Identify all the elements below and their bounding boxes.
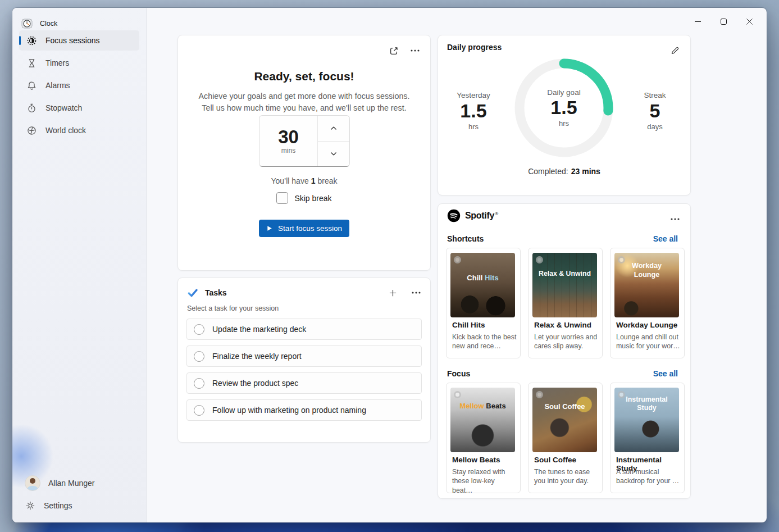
start-focus-session-button[interactable]: Start focus session bbox=[259, 220, 349, 237]
spotify-brand-text: Spotify bbox=[465, 211, 494, 220]
clock-app-icon bbox=[21, 18, 33, 29]
art-text: Hits bbox=[485, 274, 499, 282]
more-icon bbox=[412, 292, 421, 294]
decrease-duration-button[interactable] bbox=[318, 142, 349, 167]
increase-duration-button[interactable] bbox=[318, 116, 349, 142]
playlist-card-soul-coffee[interactable]: Soul Coffee Soul Coffee The tunes to eas… bbox=[528, 383, 603, 493]
playlist-card-chill-hits[interactable]: Chill Hits Chill Hits Kick back to the b… bbox=[446, 248, 521, 358]
task-radio[interactable] bbox=[194, 405, 204, 416]
playlist-title: Chill Hits bbox=[452, 321, 516, 329]
more-icon bbox=[671, 218, 680, 220]
playlist-card-mellow-beats[interactable]: Mellow Beats Mellow Beats Stay relaxed w… bbox=[446, 383, 521, 493]
sidebar-item-label: Focus sessions bbox=[45, 36, 99, 45]
spotify-logo-icon bbox=[447, 209, 461, 222]
daily-progress-card: Daily progress Yesterday 1.5 hrs Daily g… bbox=[438, 35, 691, 195]
focus-section-header: Focus See all bbox=[447, 369, 681, 379]
sidebar-item-world-clock[interactable]: World clock bbox=[19, 120, 139, 140]
tasks-more-button[interactable] bbox=[408, 284, 425, 301]
tasks-card: Tasks Select a task for your session Upd… bbox=[177, 278, 431, 443]
task-label: Update the marketing deck bbox=[212, 325, 306, 334]
task-radio[interactable] bbox=[194, 351, 204, 362]
spotify-watermark-icon bbox=[536, 391, 543, 398]
skip-break-row: Skip break bbox=[178, 192, 430, 204]
chevron-up-icon bbox=[330, 126, 337, 131]
minimize-button[interactable] bbox=[686, 12, 709, 30]
task-row[interactable]: Follow up with marketing on product nami… bbox=[186, 399, 422, 421]
sidebar-item-alarms[interactable]: Alarms bbox=[19, 75, 139, 96]
break-count: 1 bbox=[311, 176, 316, 185]
art-text: Instrumental bbox=[626, 395, 667, 403]
focus-see-all-link[interactable]: See all bbox=[650, 369, 681, 379]
streak-value: 5 bbox=[624, 99, 686, 122]
play-icon bbox=[266, 225, 272, 231]
timers-icon bbox=[26, 57, 37, 69]
break-suffix: break bbox=[317, 176, 337, 185]
popout-icon bbox=[389, 46, 399, 56]
playlist-card-workday-lounge[interactable]: WorkdayLounge Workday Lounge Lounge and … bbox=[610, 248, 685, 358]
playlist-description: Kick back to the best new and rece… bbox=[452, 333, 517, 351]
daily-goal-unit: hrs bbox=[559, 119, 569, 128]
art-text: Beats bbox=[486, 402, 505, 410]
stepper-buttons bbox=[317, 116, 349, 166]
sidebar-item-label: World clock bbox=[45, 126, 86, 135]
art-text: Mellow bbox=[459, 402, 484, 410]
spotify-watermark-icon bbox=[536, 256, 543, 263]
sidebar: Clock Focus sessions Timers bbox=[12, 8, 147, 522]
task-label: Finalize the weekly report bbox=[212, 352, 302, 361]
duration-stepper: 30 mins bbox=[259, 115, 350, 167]
maximize-button[interactable] bbox=[712, 12, 735, 30]
daily-progress-actions bbox=[667, 42, 684, 59]
yesterday-label: Yesterday bbox=[443, 91, 504, 99]
task-row[interactable]: Finalize the weekly report bbox=[186, 345, 422, 367]
task-label: Follow up with marketing on product nami… bbox=[212, 406, 366, 415]
playlist-card-instrumental-study[interactable]: InstrumentalStudy Instrumental Study A s… bbox=[610, 383, 685, 493]
skip-break-checkbox[interactable] bbox=[276, 192, 288, 204]
art-text: Study bbox=[637, 404, 656, 412]
spotify-header: Spotify® bbox=[447, 209, 498, 222]
yesterday-unit: hrs bbox=[443, 122, 504, 131]
break-info: You’ll have1break bbox=[178, 176, 430, 185]
focus-subtitle: Achieve your goals and get more done wit… bbox=[178, 90, 430, 114]
sidebar-item-timers[interactable]: Timers bbox=[19, 53, 139, 73]
focus-card-actions bbox=[385, 42, 423, 59]
sidebar-item-settings[interactable]: Settings bbox=[19, 494, 139, 517]
task-row[interactable]: Update the marketing deck bbox=[186, 319, 422, 340]
sidebar-footer: Allan Munger Settings bbox=[19, 472, 139, 517]
user-profile-row[interactable]: Allan Munger bbox=[19, 472, 139, 494]
shortcuts-see-all-link[interactable]: See all bbox=[650, 234, 681, 244]
playlist-description: A soft musical backdrop for your … bbox=[616, 467, 681, 486]
art-text: Soul Coffee bbox=[544, 402, 585, 411]
playlist-card-relax-unwind[interactable]: Relax & Unwind Relax & Unwind Let your w… bbox=[528, 248, 603, 358]
focus-subtitle-line1: Achieve your goals and get more done wit… bbox=[199, 92, 410, 101]
task-row[interactable]: Review the product spec bbox=[186, 372, 422, 394]
desktop-wallpaper: Clock Focus sessions Timers bbox=[0, 0, 779, 532]
spotify-more-button[interactable] bbox=[667, 211, 684, 228]
sidebar-item-label: Timers bbox=[45, 58, 69, 67]
alarms-icon bbox=[26, 80, 37, 91]
focus-session-card: Ready, set, focus! Achieve your goals an… bbox=[177, 35, 431, 271]
sidebar-item-focus-sessions[interactable]: Focus sessions bbox=[19, 30, 139, 51]
focus-sessions-icon bbox=[26, 35, 37, 46]
daily-goal-center: Daily goal 1.5 hrs bbox=[514, 58, 613, 157]
close-button[interactable] bbox=[737, 12, 761, 30]
duration-value[interactable]: 30 mins bbox=[259, 116, 317, 166]
task-radio[interactable] bbox=[194, 378, 204, 389]
yesterday-value: 1.5 bbox=[443, 99, 504, 122]
focus-playlist-row: Mellow Beats Mellow Beats Stay relaxed w… bbox=[446, 383, 685, 493]
edit-goal-button[interactable] bbox=[667, 42, 684, 59]
add-task-button[interactable] bbox=[384, 284, 401, 301]
pencil-icon bbox=[671, 46, 680, 55]
task-radio[interactable] bbox=[194, 324, 204, 335]
daily-goal-ring: Daily goal 1.5 hrs bbox=[514, 58, 613, 157]
sidebar-item-stopwatch[interactable]: Stopwatch bbox=[19, 98, 139, 118]
tasks-title: Tasks bbox=[205, 288, 377, 297]
focus-more-button[interactable] bbox=[407, 42, 423, 59]
playlist-title: Soul Coffee bbox=[534, 456, 598, 464]
more-icon bbox=[411, 49, 420, 52]
playlist-art: WorkdayLounge bbox=[614, 253, 679, 317]
mini-view-button[interactable] bbox=[385, 42, 402, 59]
world-clock-icon bbox=[26, 125, 37, 136]
playlist-description: Lounge and chill out music for your wor… bbox=[616, 333, 681, 351]
duration-unit: mins bbox=[281, 147, 295, 154]
clock-app-window: Clock Focus sessions Timers bbox=[12, 8, 767, 522]
